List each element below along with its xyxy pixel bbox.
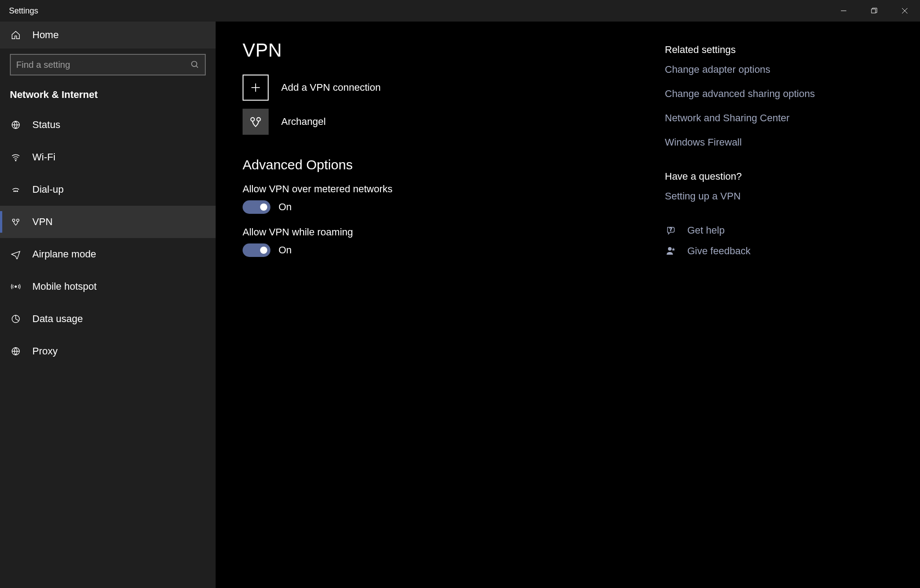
toggle-roaming-state: On <box>279 244 292 256</box>
sidebar-item-airplane[interactable]: Airplane mode <box>0 238 216 270</box>
toggle-metered-state: On <box>279 201 292 213</box>
proxy-icon <box>10 346 22 356</box>
sidebar-item-hotspot[interactable]: Mobile hotspot <box>0 270 216 303</box>
add-vpn-label: Add a VPN connection <box>281 82 380 93</box>
sidebar-item-datausage[interactable]: Data usage <box>0 303 216 335</box>
option-label-roaming: Allow VPN while roaming <box>243 226 647 238</box>
toggle-roaming[interactable] <box>243 243 270 257</box>
related-settings-heading: Related settings <box>665 44 827 56</box>
svg-point-21 <box>668 247 672 251</box>
sidebar-item-label: VPN <box>32 216 53 228</box>
plus-icon <box>249 81 262 94</box>
svg-point-18 <box>251 118 254 121</box>
get-help-link[interactable]: ? Get help <box>665 225 827 236</box>
right-pane: Related settings Change adapter options … <box>647 40 827 570</box>
maximize-button[interactable] <box>859 0 889 22</box>
sidebar-home-label: Home <box>32 29 59 41</box>
option-label-metered: Allow VPN over metered networks <box>243 183 647 195</box>
svg-point-8 <box>13 191 14 192</box>
vpn-connection-name: Archangel <box>281 116 326 128</box>
hotspot-icon <box>10 282 22 292</box>
vpn-connection-tile <box>243 109 269 135</box>
svg-text:?: ? <box>669 227 672 232</box>
maximize-icon <box>871 8 877 14</box>
status-icon <box>10 120 22 130</box>
close-icon <box>902 8 908 14</box>
search-icon <box>190 60 199 69</box>
sidebar-item-label: Mobile hotspot <box>32 281 97 292</box>
titlebar: Settings <box>0 0 920 22</box>
have-question-heading: Have a question? <box>665 171 827 182</box>
sidebar-item-label: Status <box>32 119 60 131</box>
sidebar-item-label: Data usage <box>32 313 83 325</box>
feedback-icon <box>665 246 677 256</box>
link-network-sharing-center[interactable]: Network and Sharing Center <box>665 112 827 124</box>
get-help-label: Get help <box>687 225 725 236</box>
minimize-icon <box>840 8 847 14</box>
toggle-metered[interactable] <box>243 200 270 214</box>
svg-point-4 <box>192 62 197 67</box>
sidebar-item-dialup[interactable]: Dial-up <box>0 173 216 206</box>
search-input[interactable] <box>16 60 190 70</box>
sidebar: Home Network & Internet Status Wi-Fi Dia… <box>0 22 216 588</box>
svg-point-10 <box>17 191 18 192</box>
sidebar-item-label: Dial-up <box>32 184 64 195</box>
sidebar-item-label: Proxy <box>32 345 58 357</box>
main-content: VPN Add a VPN connection Archangel Advan… <box>216 22 920 588</box>
get-help-icon: ? <box>665 225 677 236</box>
add-vpn-button[interactable]: Add a VPN connection <box>243 75 647 101</box>
svg-line-5 <box>196 66 198 68</box>
svg-point-19 <box>257 118 261 121</box>
link-adapter-options[interactable]: Change adapter options <box>665 64 827 75</box>
svg-point-11 <box>13 219 15 222</box>
dialup-icon <box>10 185 22 195</box>
minimize-button[interactable] <box>828 0 859 22</box>
close-button[interactable] <box>889 0 920 22</box>
advanced-options-heading: Advanced Options <box>243 157 647 172</box>
sidebar-item-wifi[interactable]: Wi-Fi <box>0 141 216 173</box>
link-advanced-sharing[interactable]: Change advanced sharing options <box>665 88 827 100</box>
data-usage-icon <box>10 314 22 324</box>
sidebar-item-status[interactable]: Status <box>0 109 216 141</box>
airplane-icon <box>10 249 22 259</box>
sidebar-item-label: Airplane mode <box>32 248 96 260</box>
svg-rect-1 <box>871 9 876 13</box>
sidebar-category: Network & Internet <box>0 84 216 109</box>
sidebar-item-label: Wi-Fi <box>32 151 55 163</box>
give-feedback-link[interactable]: Give feedback <box>665 245 827 257</box>
home-icon <box>10 30 22 40</box>
svg-point-12 <box>17 219 19 222</box>
window-title: Settings <box>0 6 38 16</box>
vpn-connection-item[interactable]: Archangel <box>243 109 647 135</box>
page-title: VPN <box>243 40 647 61</box>
add-vpn-tile <box>243 75 269 101</box>
svg-point-13 <box>15 286 17 287</box>
window-controls <box>828 0 920 22</box>
sidebar-item-proxy[interactable]: Proxy <box>0 335 216 367</box>
svg-point-9 <box>15 191 16 192</box>
link-windows-firewall[interactable]: Windows Firewall <box>665 137 827 148</box>
svg-point-7 <box>15 160 16 161</box>
link-setting-up-vpn[interactable]: Setting up a VPN <box>665 190 827 202</box>
vpn-icon <box>10 217 22 227</box>
sidebar-item-vpn[interactable]: VPN <box>0 206 216 238</box>
search-box[interactable] <box>10 54 206 75</box>
sidebar-home[interactable]: Home <box>0 22 216 49</box>
wifi-icon <box>10 152 22 162</box>
vpn-connection-icon <box>248 115 263 129</box>
give-feedback-label: Give feedback <box>687 245 751 257</box>
